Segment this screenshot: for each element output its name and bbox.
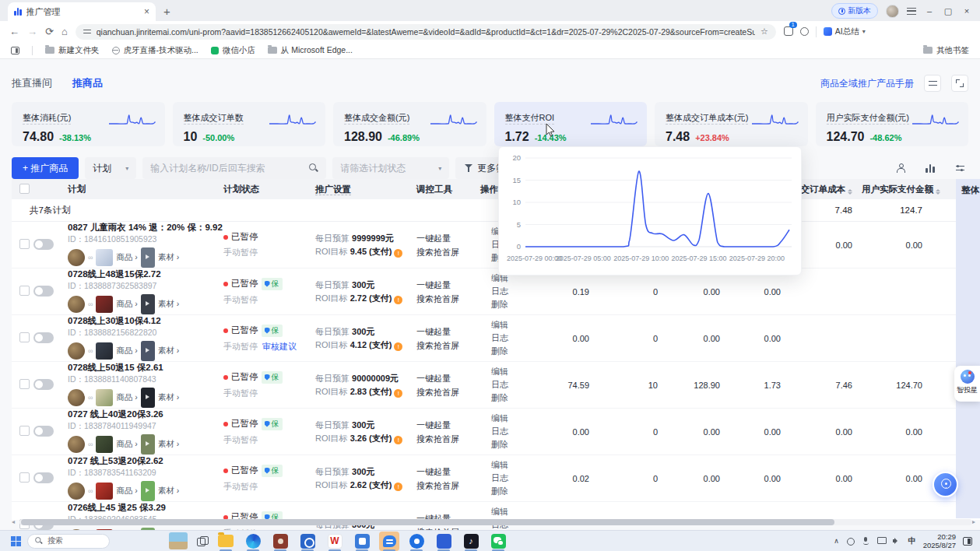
scroll-right-icon[interactable]: ▸ xyxy=(972,518,980,525)
scrollbar-thumb[interactable] xyxy=(21,519,834,525)
col-plan[interactable]: 计划 xyxy=(68,184,223,195)
stat-card[interactable]: 整体成交订单成本(元) 7.48 +23.84% xyxy=(655,102,808,146)
plan-title[interactable]: 0728线上48退15保2.72 xyxy=(68,268,223,280)
bookmark-item[interactable]: 新建文件夹 xyxy=(45,45,100,56)
op-log-link[interactable]: 日志 xyxy=(491,472,521,484)
op-edit-link[interactable]: 编辑 xyxy=(491,366,521,377)
window-maximize-button[interactable]: ▢ xyxy=(943,6,954,16)
chart-view-button[interactable] xyxy=(922,160,939,177)
extensions-menu-icon[interactable] xyxy=(800,27,809,36)
plan-title[interactable]: 0727 线上40退20保3.26 xyxy=(68,409,223,420)
one-key-boost[interactable]: 一键起量 xyxy=(416,278,480,292)
row-enable-toggle[interactable] xyxy=(33,332,54,343)
taskbar-app-edge-browser[interactable] xyxy=(243,532,263,551)
col-tools[interactable]: 调控工具 xyxy=(416,184,480,195)
start-button[interactable] xyxy=(11,536,21,546)
col-status[interactable]: 计划状态 xyxy=(223,184,315,195)
taskbar-app-wechat[interactable] xyxy=(488,532,508,551)
row-checkbox[interactable] xyxy=(19,472,30,483)
row-enable-toggle[interactable] xyxy=(33,286,54,297)
sort-icon[interactable] xyxy=(848,189,852,195)
taskbar-app-app-blue-tile[interactable] xyxy=(434,532,454,551)
product-thumbnail[interactable] xyxy=(96,296,113,313)
window-minimize-button[interactable]: – xyxy=(924,6,935,16)
stat-card[interactable]: 整体成交金额(元) 128.90 -46.89% xyxy=(333,102,486,146)
product-thumbnail[interactable] xyxy=(96,436,113,453)
taskbar-app-chat-app-active[interactable] xyxy=(379,532,399,551)
browser-menu-icon[interactable] xyxy=(907,8,916,15)
col-user-pay[interactable]: 用户实际支付金额 xyxy=(862,184,932,195)
search-top-screen[interactable]: 搜索抢首屏 xyxy=(416,292,480,306)
taskbar-app-app-blue-square[interactable] xyxy=(352,532,372,551)
notification-center-icon[interactable] xyxy=(963,537,972,546)
fullscreen-button[interactable] xyxy=(951,75,968,92)
browser-avatar[interactable] xyxy=(886,5,899,18)
plan-status-select[interactable]: 请筛选计划状态▾ xyxy=(332,157,449,179)
material-thumbnail[interactable] xyxy=(141,481,155,501)
material-thumbnail[interactable] xyxy=(141,294,155,314)
product-link[interactable]: 商品 › xyxy=(116,299,137,310)
window-close-button[interactable]: × xyxy=(961,6,972,16)
material-thumbnail[interactable] xyxy=(141,341,155,361)
op-delete-link[interactable]: 删除 xyxy=(491,439,521,451)
bookmark-item[interactable]: 虎牙直播-技术驱动... xyxy=(112,45,198,56)
browser-tab[interactable]: 推广管理 × xyxy=(8,2,156,21)
row-checkbox[interactable] xyxy=(19,286,30,296)
url-bar[interactable]: qianchuan.jinritemai.com/uni-prom?aavid=… xyxy=(76,24,776,40)
col-settings[interactable]: 推广设置 xyxy=(315,184,416,195)
site-info-icon[interactable] xyxy=(83,29,91,35)
row-enable-toggle[interactable] xyxy=(33,426,54,437)
row-enable-toggle[interactable] xyxy=(33,379,54,390)
one-key-boost[interactable]: 一键起量 xyxy=(416,465,480,479)
search-top-screen[interactable]: 搜索抢首屏 xyxy=(416,245,480,259)
product-link[interactable]: 商品 › xyxy=(116,439,137,450)
row-enable-toggle[interactable] xyxy=(33,239,54,250)
bookmark-item[interactable]: 从 Microsoft Edge... xyxy=(268,45,353,56)
one-key-boost[interactable]: 一键起量 xyxy=(416,418,480,432)
op-log-link[interactable]: 日志 xyxy=(491,426,521,437)
plan-title[interactable]: 0728线上50退15 保2.61 xyxy=(68,362,223,374)
other-bookmarks[interactable]: 其他书签 xyxy=(923,45,969,56)
one-key-boost[interactable]: 一键起量 xyxy=(416,231,480,245)
material-thumbnail[interactable] xyxy=(141,388,155,408)
product-thumbnail[interactable] xyxy=(96,342,113,360)
search-top-screen[interactable]: 搜索抢首屏 xyxy=(416,432,480,446)
material-link[interactable]: 素材 › xyxy=(158,346,179,356)
op-delete-link[interactable]: 删除 xyxy=(491,486,521,497)
op-log-link[interactable]: 日志 xyxy=(491,332,521,344)
export-button[interactable] xyxy=(892,160,909,177)
reload-icon[interactable]: ⟳ xyxy=(45,26,54,37)
plan-title[interactable]: 0728线上30退10保4.12 xyxy=(68,315,223,327)
op-edit-link[interactable]: 编辑 xyxy=(491,506,521,518)
support-button[interactable] xyxy=(933,472,958,497)
material-link[interactable]: 素材 › xyxy=(158,252,179,263)
task-view-button[interactable] xyxy=(197,536,208,546)
row-checkbox[interactable] xyxy=(19,239,30,249)
stat-card[interactable]: 用户实际支付金额(元) 124.70 -48.62% xyxy=(816,102,969,146)
product-link[interactable]: 商品 › xyxy=(116,486,137,497)
material-link[interactable]: 素材 › xyxy=(158,439,179,450)
taskbar-app-wps-office[interactable]: W xyxy=(325,532,345,551)
info-icon[interactable]: ! xyxy=(394,483,402,491)
horizontal-scrollbar[interactable]: ◂ ▸ xyxy=(12,518,980,525)
tab-close-icon[interactable]: × xyxy=(144,6,149,17)
info-icon[interactable]: ! xyxy=(394,296,402,304)
plan-title[interactable]: 0727 线上53退20保2.62 xyxy=(68,455,223,467)
select-all-checkbox[interactable] xyxy=(19,184,30,194)
bookmark-item[interactable]: 微信小店 xyxy=(211,45,255,56)
row-enable-toggle[interactable] xyxy=(33,472,54,483)
material-link[interactable]: 素材 › xyxy=(158,299,179,310)
ime-indicator[interactable]: 中 xyxy=(908,535,916,546)
product-link[interactable]: 商品 › xyxy=(116,392,137,403)
material-thumbnail[interactable] xyxy=(141,434,155,454)
tray-overflow-icon[interactable]: ∧ xyxy=(834,537,839,545)
search-top-screen[interactable]: 搜索抢首屏 xyxy=(416,479,480,493)
info-icon[interactable]: ! xyxy=(394,342,402,351)
plan-title[interactable]: 0827 儿童雨衣 14% 退：20% 保：9.92 xyxy=(68,222,223,233)
side-panel-icon[interactable] xyxy=(11,47,19,54)
op-edit-link[interactable]: 编辑 xyxy=(491,459,521,471)
new-tab-button[interactable]: + xyxy=(163,5,170,18)
column-settings-button[interactable] xyxy=(951,160,968,177)
product-thumbnail[interactable] xyxy=(96,389,113,406)
product-link[interactable]: 商品 › xyxy=(116,346,137,356)
